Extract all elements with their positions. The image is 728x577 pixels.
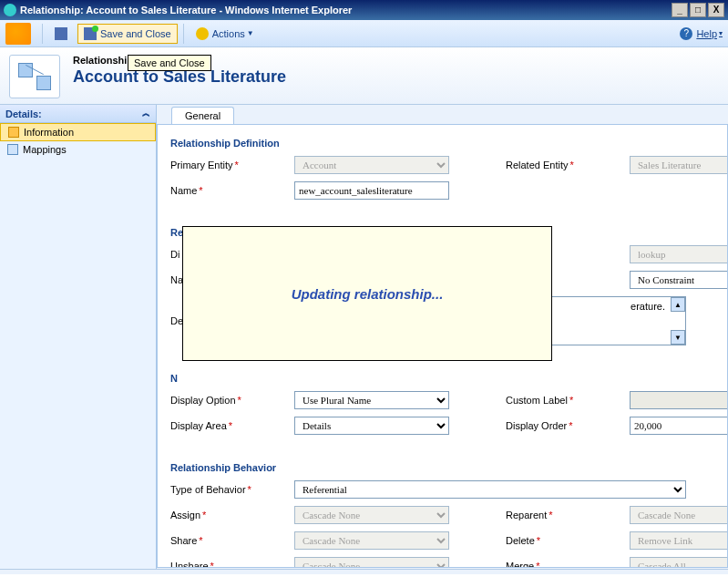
label-assign: Assign* xyxy=(170,510,289,520)
entity-header: Relationship Account to Sales Literature xyxy=(0,47,728,105)
label-delete: Delete* xyxy=(506,535,624,546)
label-display-option: Display Option* xyxy=(170,395,289,406)
help-label: Help xyxy=(696,28,717,39)
tab-general[interactable]: General xyxy=(171,107,234,124)
label-name: Name* xyxy=(170,185,289,196)
sidebar-title: Details: xyxy=(5,108,42,119)
assign-select[interactable]: Cascade None xyxy=(294,506,449,524)
label-type-behavior: Type of Behavior* xyxy=(170,484,289,495)
disk-check-icon xyxy=(84,27,97,40)
custom-label-input[interactable] xyxy=(630,391,728,409)
merge-select[interactable]: Cascade All xyxy=(630,557,728,568)
desc-fragment: erature. xyxy=(631,301,665,312)
label-merge: Merge* xyxy=(506,561,624,568)
sidebar-item-information[interactable]: Information xyxy=(0,123,156,141)
section-relationship-behavior: Relationship Behavior xyxy=(170,462,728,473)
attr-constraint-select[interactable]: No Constraint xyxy=(630,271,728,289)
window-close[interactable]: X xyxy=(708,3,724,17)
save-button[interactable] xyxy=(48,24,77,44)
updating-modal: Updating relationship... xyxy=(182,226,552,361)
label-display-area: Display Area* xyxy=(170,420,289,431)
sidebar-item-mappings[interactable]: Mappings xyxy=(0,141,156,158)
sidebar-item-label: Mappings xyxy=(23,144,67,155)
help-icon: ? xyxy=(680,27,692,40)
help-link[interactable]: ? Help ▾ xyxy=(680,27,723,40)
display-order-input[interactable] xyxy=(630,417,728,435)
section-nav-partial: N xyxy=(170,373,728,384)
info-icon xyxy=(8,127,19,138)
footer-spacer xyxy=(0,569,728,574)
actions-menu[interactable]: Actions ▼ xyxy=(190,24,261,44)
label-share: Share* xyxy=(170,535,289,546)
chevron-down-icon: ▼ xyxy=(247,29,254,37)
ie-icon xyxy=(4,4,16,16)
sidebar-header[interactable]: Details: ︽ xyxy=(0,105,156,123)
tooltip-save-close: Save and Close xyxy=(128,55,211,71)
label-unshare: Unshare* xyxy=(170,561,289,568)
primary-entity-select[interactable]: Account xyxy=(294,156,449,174)
entity-icon-box xyxy=(9,55,60,98)
label-related-entity: Related Entity* xyxy=(506,160,624,170)
name-input[interactable] xyxy=(294,181,449,200)
label-display-order: Display Order* xyxy=(506,420,624,431)
reparent-select[interactable]: Cascade None xyxy=(630,506,728,524)
save-close-label: Save and Close xyxy=(100,28,171,39)
mapping-icon xyxy=(7,144,18,155)
window-titlebar: Relationship: Account to Sales Literatur… xyxy=(0,0,728,20)
tabstrip: General xyxy=(157,107,728,124)
app-logo xyxy=(5,23,31,45)
window-minimize[interactable]: _ xyxy=(672,3,688,17)
scroll-up-button[interactable]: ▲ xyxy=(671,297,685,312)
unshare-select[interactable]: Cascade None xyxy=(294,557,449,568)
delete-select[interactable]: Remove Link xyxy=(630,531,728,550)
chevron-down-icon: ▾ xyxy=(719,29,723,37)
modal-text: Updating relationship... xyxy=(292,286,444,302)
label-custom-label: Custom Label* xyxy=(506,395,624,406)
gear-icon xyxy=(196,27,209,40)
window-title: Relationship: Account to Sales Literatur… xyxy=(20,5,672,15)
share-select[interactable]: Cascade None xyxy=(294,531,449,550)
sidebar: Details: ︽ Information Mappings xyxy=(0,105,157,569)
attr-type-select[interactable]: lookup xyxy=(630,245,728,263)
save-and-close-button[interactable]: Save and Close xyxy=(77,24,178,44)
disk-icon xyxy=(55,27,67,40)
chevron-up-icon: ︽ xyxy=(142,108,150,119)
display-option-select[interactable]: Use Plural Name xyxy=(294,391,449,409)
scroll-down-button[interactable]: ▼ xyxy=(671,330,685,345)
type-behavior-select[interactable]: Referential xyxy=(294,480,686,499)
actions-label: Actions xyxy=(212,28,245,39)
related-entity-select[interactable]: Sales Literature xyxy=(630,156,728,174)
relationship-icon xyxy=(18,63,51,90)
label-primary-entity: Primary Entity* xyxy=(170,160,289,170)
sidebar-item-label: Information xyxy=(24,127,74,138)
window-maximize[interactable]: □ xyxy=(690,3,706,17)
display-area-select[interactable]: Details xyxy=(294,417,449,435)
section-relationship-definition: Relationship Definition xyxy=(170,138,714,149)
label-reparent: Reparent* xyxy=(506,510,624,520)
toolbar: Save and Close Actions ▼ ? Help ▾ xyxy=(0,20,728,47)
